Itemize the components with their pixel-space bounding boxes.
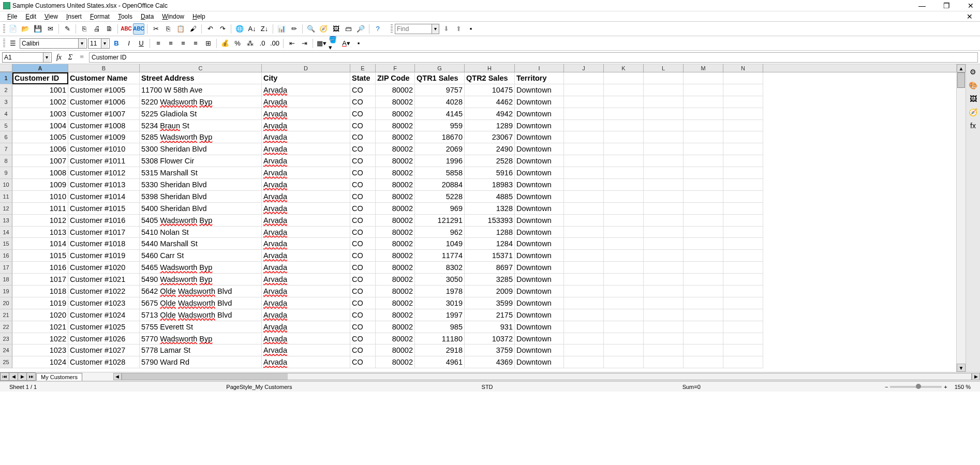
data-cell[interactable] [564,309,604,321]
data-cell[interactable]: Downtown [515,155,564,167]
data-cell[interactable] [684,344,723,356]
bold-icon[interactable]: B [111,38,122,49]
data-cell[interactable]: 5490 Wadsworth Byp [140,274,262,286]
column-header-N[interactable]: N [723,64,763,72]
data-cell[interactable]: 80002 [376,143,415,155]
data-cell[interactable]: Downtown [515,203,564,215]
row-header[interactable]: 4 [0,108,12,120]
row-header[interactable]: 14 [0,227,12,238]
gallery-icon[interactable]: 🖼 [330,23,341,35]
find-field[interactable] [395,24,432,34]
cell-reference-input[interactable] [3,53,43,62]
borders-icon[interactable]: ▦▾ [316,38,327,49]
data-cell[interactable]: 80002 [376,84,415,96]
data-cell[interactable]: 2528 [465,155,515,167]
data-cell[interactable] [604,191,644,203]
data-cell[interactable]: 4028 [415,96,465,108]
data-cell[interactable]: 2175 [465,309,515,321]
row-header[interactable]: 3 [0,96,12,108]
menu-data[interactable]: Data [137,13,158,20]
row-header[interactable]: 17 [0,262,12,274]
data-cell[interactable] [564,286,604,297]
data-cell[interactable]: 80002 [376,155,415,167]
data-cell[interactable]: 5916 [465,167,515,179]
data-cell[interactable] [604,238,644,250]
row-header[interactable]: 24 [0,344,12,356]
data-cell[interactable]: 80002 [376,191,415,203]
column-header-K[interactable]: K [604,64,644,72]
header-cell[interactable]: QTR2 Sales [465,72,515,84]
menu-insert[interactable]: Insert [62,13,86,20]
background-color-icon[interactable]: 🪣▾ [328,38,339,49]
sheet-tab[interactable]: My Customers [36,373,82,381]
data-cell[interactable] [644,297,684,309]
scroll-up-icon[interactable]: ▲ [957,64,966,72]
data-cell[interactable]: 1284 [465,238,515,250]
data-cell[interactable] [564,356,604,368]
column-header-I[interactable]: I [515,64,564,72]
data-cell[interactable] [564,131,604,143]
data-cell[interactable]: 2069 [415,143,465,155]
data-cell[interactable] [604,84,644,96]
data-cell[interactable]: 5858 [415,167,465,179]
data-cell[interactable] [723,179,763,191]
data-cell[interactable] [723,238,763,250]
tab-last-icon[interactable]: ⏭ [26,372,36,381]
data-cell[interactable] [684,84,723,96]
tab-first-icon[interactable]: ⏮ [0,372,9,381]
data-cell[interactable]: CO [350,238,376,250]
data-cell[interactable]: CO [350,309,376,321]
scroll-down-icon[interactable]: ▼ [957,364,966,372]
data-cell[interactable] [604,179,644,191]
data-cell[interactable] [723,297,763,309]
data-cell[interactable]: 1997 [415,309,465,321]
row-header[interactable]: 12 [0,203,12,215]
redo-icon[interactable]: ↷ [217,23,228,35]
menu-view[interactable]: View [40,13,62,20]
data-cell[interactable]: Customer #1028 [68,356,140,368]
data-cell[interactable] [604,143,644,155]
data-cell[interactable]: Customer #1016 [68,215,140,227]
data-cell[interactable] [564,167,604,179]
minimize-button[interactable]: — [914,2,930,10]
navigator-icon[interactable]: 🧭 [318,23,329,35]
data-cell[interactable]: 1014 [12,238,68,250]
data-cell[interactable] [564,108,604,120]
data-cell[interactable] [684,108,723,120]
data-cell[interactable] [684,191,723,203]
decrease-indent-icon[interactable]: ⇤ [286,38,298,49]
data-cell[interactable]: Downtown [515,333,564,345]
data-cell[interactable] [684,203,723,215]
data-cell[interactable]: 80002 [376,238,415,250]
data-cell[interactable] [723,96,763,108]
data-cell[interactable]: 8302 [415,262,465,274]
data-cell[interactable]: Customer #1017 [68,227,140,238]
data-cell[interactable] [723,286,763,297]
data-cell[interactable]: CO [350,274,376,286]
hyperlink-icon[interactable]: 🌐 [234,23,245,35]
data-cell[interactable]: 1022 [12,333,68,345]
data-cell[interactable]: Customer #1025 [68,321,140,333]
data-cell[interactable] [604,120,644,132]
data-cell[interactable]: 1328 [465,203,515,215]
data-cell[interactable] [684,274,723,286]
equals-icon[interactable]: = [77,52,87,63]
data-cell[interactable]: Downtown [515,297,564,309]
data-cell[interactable] [604,203,644,215]
data-cell[interactable]: 20884 [415,179,465,191]
font-size-select[interactable]: ▾ [88,38,110,49]
header-cell[interactable]: Territory [515,72,564,84]
data-cell[interactable] [723,167,763,179]
scroll-left-icon[interactable]: ◀ [113,373,122,380]
data-cell[interactable] [644,238,684,250]
data-cell[interactable]: 4942 [465,108,515,120]
header-cell[interactable] [604,72,644,84]
data-cell[interactable] [723,84,763,96]
data-cell[interactable]: 2009 [465,286,515,297]
help-icon[interactable]: ? [372,23,383,35]
data-cell[interactable]: 1024 [12,356,68,368]
edit-icon[interactable]: ✎ [62,23,73,35]
open-icon[interactable]: 📂 [20,23,31,35]
data-cell[interactable] [684,215,723,227]
data-cell[interactable]: 1005 [12,131,68,143]
